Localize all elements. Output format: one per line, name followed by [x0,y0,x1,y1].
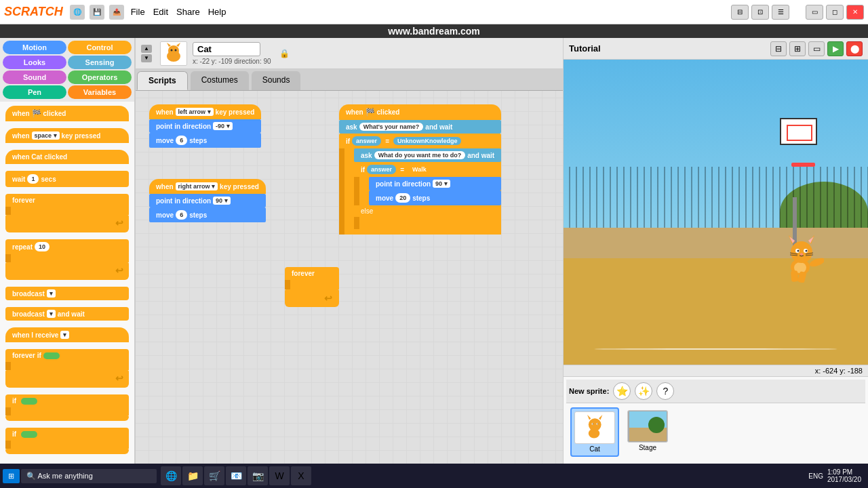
palette-if2[interactable]: if [5,428,129,454]
edit-menu[interactable]: Edit [153,7,168,17]
file-menu[interactable]: File [131,7,145,17]
sprite-thumbnail [160,41,187,66]
cat-control-btn[interactable]: Control [68,41,132,54]
window-ctrl-3[interactable]: ☰ [772,5,789,20]
block-ask-name[interactable]: ask What's your name? and wait [339,120,501,134]
palette-broadcast[interactable]: broadcast ▾ [5,287,129,300]
window-maximize[interactable]: ◻ [826,5,844,20]
stop-btn[interactable]: ⬤ [846,41,863,56]
top-menu: File Edit Share Help [131,7,226,17]
palette-forever-if[interactable]: forever if ↩ [5,349,129,388]
sprite-item-cat[interactable]: Cat [570,407,619,457]
hat-right-arrow[interactable]: when right arrow ▾ key pressed [149,179,266,194]
site-title-bar: www.bandream.com [0,24,868,38]
cat-sound-btn[interactable]: Sound [3,70,66,84]
svg-point-32 [597,424,597,424]
share-menu[interactable]: Share [176,7,200,17]
taskbar-photos[interactable]: 📷 [248,466,268,485]
green-flag-btn[interactable]: ▶ [827,41,844,56]
window-ctrl-1[interactable]: ⊟ [731,5,749,20]
window-ctrl-2[interactable]: ⊡ [751,5,769,20]
tab-sounds[interactable]: Sounds [252,71,301,90]
taskbar-word[interactable]: W [269,466,290,485]
taskbar-edge[interactable]: 🌐 [161,466,181,485]
globe-icon[interactable]: 🌐 [70,5,85,20]
taskbar-mail[interactable]: 📧 [226,466,246,485]
stage-coords: x: -624 y: -188 [564,365,868,376]
new-sprite-label: New sprite: [569,387,609,395]
palette-forever[interactable]: forever ↩ [5,194,129,232]
share-icon[interactable]: 📤 [109,5,124,20]
hat-green-flag[interactable]: when 🏁 clicked [339,104,501,120]
cat-operators-btn[interactable]: Operators [68,70,132,84]
sprite-nav: ▲ ▼ [141,45,152,62]
block-move-20[interactable]: move 20 steps [369,190,501,205]
cat-looks-btn[interactable]: Looks [3,56,66,69]
block-point-dir-90[interactable]: point in direction 90 ▾ [149,194,266,207]
block-point-90-main[interactable]: point in direction 90 ▾ [369,177,501,190]
sprites-list: Cat Stage [566,403,865,461]
forever-alone-top[interactable]: forever [285,267,339,280]
taskbar-excel[interactable]: X [291,466,311,485]
new-sprite-bar: New sprite: ⭐ ✨ ? [566,380,865,403]
palette-when-receive[interactable]: when I receive ▾ [5,327,129,342]
svg-point-4 [171,49,173,51]
topbar-right: ⊟ ⊡ ☰ ▭ ◻ ✕ [731,5,864,20]
topbar: SCRATCH 🌐 💾 📤 File Edit Share Help ⊟ ⊡ ☰… [0,0,868,24]
sprites-section: New sprite: ⭐ ✨ ? [564,376,868,464]
window-close[interactable]: ✕ [846,5,864,20]
taskbar-store[interactable]: 🛒 [204,466,224,485]
sprite-item-stage[interactable]: Stage [625,407,671,457]
window-minimize[interactable]: ▭ [806,5,823,20]
sprite-nav-up[interactable]: ▲ [141,45,152,53]
palette-sprite-clicked[interactable]: when Cat clicked [5,150,129,164]
expand-btn[interactable]: ⊟ [770,41,787,56]
cat-sensing-btn[interactable]: Sensing [68,56,132,69]
help-menu[interactable]: Help [208,7,226,17]
cat-variables-btn[interactable]: Variables [68,85,132,99]
block-point-dir-neg90[interactable]: point in direction -90 ▾ [149,119,261,133]
palette-wait[interactable]: wait 1 secs [5,171,129,187]
search-bar[interactable]: 🔍 Ask me anything [21,469,157,483]
script-group-green-flag: when 🏁 clicked ask What's your name? and… [339,104,501,235]
svg-point-5 [175,49,177,51]
cat-motion-btn[interactable]: Motion [3,41,66,54]
script-area[interactable]: when left arrow ▾ key pressed point in d… [136,91,563,464]
hat-left-arrow[interactable]: when left arrow ▾ key pressed [149,104,261,119]
svg-point-18 [797,250,800,252]
stage-view[interactable] [564,60,868,365]
block-ask-walk[interactable]: ask What do you want me to do? and wait [354,148,501,162]
block-else: else [354,205,501,217]
layout-btn[interactable]: ⊞ [789,41,806,56]
save-icon[interactable]: 💾 [90,5,104,20]
else-inner [354,217,501,229]
star-btn-1[interactable]: ⭐ [613,382,631,400]
if-top-unknown[interactable]: if answer = UnknownKnowledge [339,134,501,148]
if-top-walk[interactable]: if answer = Walk [354,162,501,177]
palette-if[interactable]: if [5,394,129,421]
cat-pen-btn[interactable]: Pen [3,85,66,99]
tab-scripts[interactable]: Scripts [137,71,188,90]
maximize-btn[interactable]: ▭ [808,41,825,56]
right-panel: Tutorial ⊟ ⊞ ▭ ▶ ⬤ [563,38,868,464]
palette-repeat[interactable]: repeat 10 ↩ [5,239,129,280]
sprite-info: x: -22 y: -109 direction: 90 [193,42,271,65]
svg-point-31 [592,424,593,424]
palette-key-pressed[interactable]: when space ▾ key pressed [5,128,129,143]
svg-point-6 [808,256,824,268]
if-inner-walk: point in direction 90 ▾ move 20 steps [354,177,501,205]
palette-broadcast-wait[interactable]: broadcast ▾ and wait [5,307,129,321]
block-move-6[interactable]: move 6 steps [149,133,261,148]
tab-costumes[interactable]: Costumes [191,71,249,90]
taskbar-explorer[interactable]: 📁 [182,466,203,485]
start-button[interactable]: ⊞ [3,469,20,483]
tutorial-label: Tutorial [569,43,770,54]
block-move-6b[interactable]: move 6 steps [149,207,266,222]
star-btn-2[interactable]: ✨ [635,382,652,400]
lock-icon: 🔒 [279,49,290,58]
palette-when-clicked[interactable]: when🏁clicked [5,106,129,121]
sprite-name-input[interactable] [193,42,260,56]
sprite-nav-down[interactable]: ▼ [141,54,152,62]
sprite-from-file-btn[interactable]: ? [656,382,674,400]
scratch-logo[interactable]: SCRATCH [4,5,63,19]
